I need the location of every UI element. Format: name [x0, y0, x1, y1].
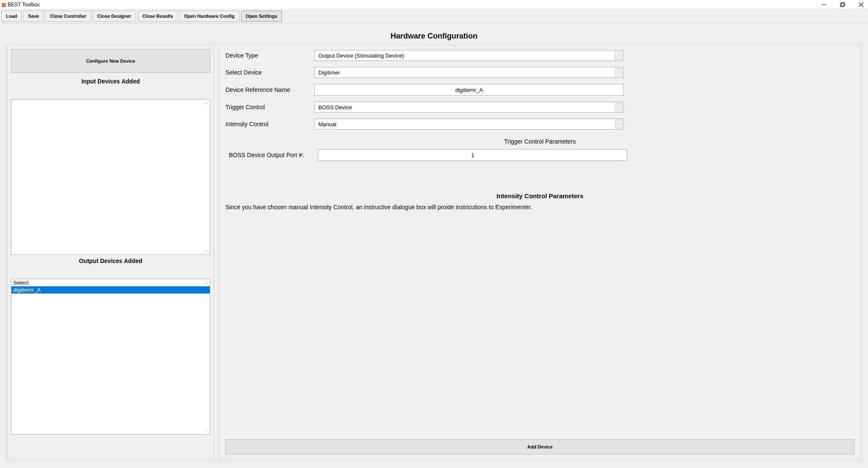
chevron-down-icon: ﹀ [615, 120, 623, 128]
svg-rect-3 [841, 3, 845, 6]
intensity-control-row: Intensity Control Manual ﹀ [225, 119, 854, 130]
trigger-control-value: BOSS Device [318, 104, 352, 111]
app-icon [2, 3, 6, 7]
content-wrap: Configure New Device Input Devices Added… [5, 43, 863, 461]
load-button[interactable]: Load [1, 11, 22, 22]
boss-output-port-input[interactable] [318, 149, 627, 161]
trigger-control-row: Trigger Control BOSS Device ﹀ [225, 102, 854, 113]
scroll-down-icon: ﹀ [203, 427, 210, 434]
main-area: ⋮⋮⋮ Hardware Configuration Configure New… [0, 23, 868, 468]
open-hardware-config-button[interactable]: Open Hardware Config [179, 11, 239, 22]
intensity-instruction-text: Since you have chosen manual Intensity C… [225, 204, 854, 210]
minimize-button[interactable] [821, 1, 827, 8]
configure-new-device-button[interactable]: Configure New Device [11, 49, 210, 73]
intensity-params-group: Intensity Control Parameters Since you h… [225, 191, 854, 215]
window-controls [821, 1, 865, 8]
open-settings-button[interactable]: Open Settings [241, 11, 282, 22]
svg-rect-2 [840, 3, 844, 7]
listbox-scrollbar: ︿ ﹀ [203, 279, 210, 434]
select-device-value: Digitimer [318, 69, 340, 76]
output-devices-label: Output Devices Added [11, 255, 210, 267]
scroll-down-icon: ﹀ [203, 248, 210, 255]
save-button[interactable]: Save [23, 11, 44, 22]
intensity-control-dropdown[interactable]: Manual ﹀ [314, 119, 624, 130]
page-title: Hardware Configuration [5, 28, 863, 43]
input-devices-label: Input Devices Added [11, 75, 210, 87]
close-controller-button[interactable]: Close Controller [45, 11, 91, 22]
chevron-down-icon: ﹀ [615, 51, 623, 60]
right-panel: Device Type Output Device (Stimulating D… [219, 45, 861, 459]
select-device-dropdown[interactable]: Digitimer ﹀ [314, 67, 624, 78]
maximize-button[interactable] [839, 1, 846, 8]
trigger-params-group: Trigger Control Parameters BOSS Device O… [225, 136, 854, 167]
window-title: BEST Toolbox [8, 2, 40, 8]
listbox-scrollbar: ︿ ﹀ [203, 100, 210, 255]
device-type-value: Output Device (Stimulating Device) [318, 53, 404, 59]
intensity-params-heading: Intensity Control Parameters [225, 192, 854, 199]
close-button[interactable] [858, 1, 865, 8]
titlebar-left: BEST Toolbox [2, 2, 40, 8]
boss-port-row: BOSS Device Output Port #: [225, 149, 854, 161]
chevron-down-icon: ﹀ [615, 68, 623, 77]
trigger-params-heading: Trigger Control Parameters [225, 138, 854, 145]
boss-port-label: BOSS Device Output Port #: [225, 152, 318, 158]
intensity-control-label: Intensity Control [225, 121, 314, 127]
chevron-down-icon: ﹀ [615, 103, 623, 111]
scroll-up-icon: ︿ [203, 100, 210, 106]
device-ref-label: Device Reference Name [225, 86, 314, 93]
device-ref-row: Device Reference Name [225, 84, 854, 96]
titlebar: BEST Toolbox [0, 0, 868, 9]
device-type-dropdown[interactable]: Output Device (Stimulating Device) ﹀ [314, 50, 624, 61]
toolbar: Load Save Close Controller Close Designe… [0, 9, 868, 23]
panel-resize-handle[interactable]: ⋮⋮⋮ [2, 241, 6, 243]
device-reference-name-input[interactable] [314, 84, 624, 96]
trigger-control-label: Trigger Control [225, 104, 314, 111]
device-type-row: Device Type Output Device (Stimulating D… [225, 50, 854, 61]
close-results-button[interactable]: Close Results [138, 11, 178, 22]
list-item[interactable]: digitiemr_A [11, 286, 210, 294]
input-devices-listbox[interactable]: ︿ ﹀ [11, 99, 210, 255]
add-device-button[interactable]: Add Device [225, 439, 854, 454]
select-device-label: Select Device [225, 69, 314, 76]
device-type-label: Device Type [225, 52, 314, 59]
list-item[interactable]: Select [11, 279, 210, 286]
select-device-row: Select Device Digitimer ﹀ [225, 67, 854, 78]
trigger-control-dropdown[interactable]: BOSS Device ﹀ [314, 102, 624, 113]
left-panel: Configure New Device Input Devices Added… [7, 45, 214, 459]
close-designer-button[interactable]: Close Designer [93, 11, 136, 22]
intensity-control-value: Manual [318, 121, 337, 127]
svg-rect-0 [2, 3, 6, 7]
output-devices-listbox[interactable]: Select digitiemr_A ︿ ﹀ [11, 279, 210, 435]
